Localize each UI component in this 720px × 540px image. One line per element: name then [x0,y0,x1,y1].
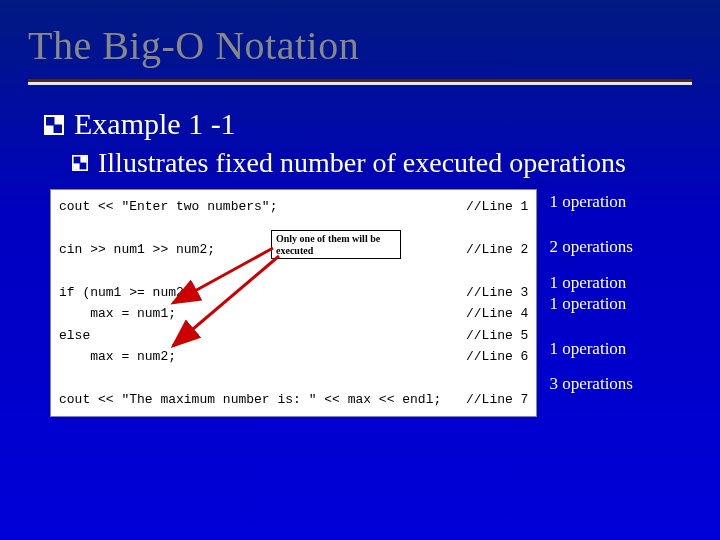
bullet-level-2: Illustrates fixed number of executed ope… [72,147,676,179]
ops-line-3: 1 operation [549,272,676,293]
svg-rect-5 [73,163,79,169]
title-area: The Big-O Notation [0,0,720,93]
slide: The Big-O Notation Example 1 -1 [0,0,720,540]
code-line-3: if (num1 >= num2)//Line 3 [59,282,528,303]
svg-rect-2 [46,126,54,134]
svg-rect-4 [80,156,86,162]
outline-square-icon [44,115,66,137]
bullet-2-text: Illustrates fixed number of executed ope… [98,147,626,179]
ops-line-6: 3 operations [549,373,676,394]
ops-line-1: 1 operation [549,191,676,212]
code-line-4: max = num1;//Line 4 [59,303,528,324]
ops-line-4: 1 operation [549,293,676,314]
code-line-blank [59,368,528,389]
code-line-blank [59,260,528,281]
code-line-6: max = num2;//Line 6 [59,346,528,367]
content-row: cout << "Enter two numbers";//Line 1 cin… [44,189,676,417]
code-line-1: cout << "Enter two numbers";//Line 1 [59,196,528,217]
ops-line-5: 1 operation [549,338,676,359]
slide-title: The Big-O Notation [28,22,692,69]
slide-body: Example 1 -1 Illustrates fixed number of… [0,93,720,417]
code-box: cout << "Enter two numbers";//Line 1 cin… [50,189,537,417]
bullet-1-text: Example 1 -1 [74,107,236,141]
code-line-7: cout << "The maximum number is: " << max… [59,389,528,410]
code-line-5: else//Line 5 [59,325,528,346]
bullet-level-1: Example 1 -1 [44,107,676,141]
callout-box: Only one of them will be executed [271,230,401,259]
operations-column: 1 operation 2 operations 1 operation 1 o… [549,189,676,395]
svg-rect-1 [55,117,63,125]
title-rule [28,79,692,85]
ops-line-2: 2 operations [549,236,676,257]
outline-square-icon [72,155,90,173]
